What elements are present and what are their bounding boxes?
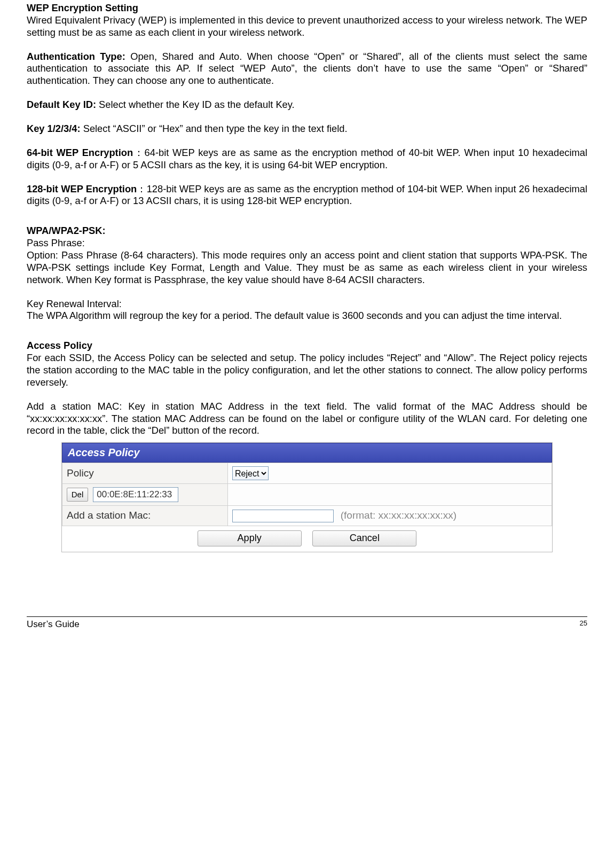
section-title-wep: WEP Encryption Setting (27, 2, 587, 14)
policy-value-cell: Reject (228, 463, 552, 484)
key-renewal-label: Key Renewal Interval: (27, 298, 587, 310)
page-number: 25 (580, 619, 587, 627)
footer-left: User’s Guide (27, 619, 80, 630)
pass-phrase-label: Pass Phrase: (27, 237, 587, 249)
mac-entry-cell: Del 00:0E:8E:11:22:33 (62, 484, 228, 505)
wep128-label: 128-bit WEP Encryption (27, 183, 137, 194)
key-1234-text: Select “ASCII” or “Hex” and then type th… (81, 123, 348, 134)
policy-select[interactable]: Reject (232, 466, 269, 480)
wep64-label: 64-bit WEP Encryption (27, 147, 133, 158)
wep-intro: Wired Equivalent Privacy (WEP) is implem… (27, 14, 587, 39)
panel-header: Access Policy (62, 443, 552, 463)
key-1234-para: Key 1/2/3/4: Select “ASCII” or “Hex” and… (27, 123, 587, 135)
mac-entry-rcell (228, 484, 552, 505)
policy-label-cell: Policy (62, 463, 228, 484)
cancel-button[interactable]: Cancel (312, 530, 416, 546)
access-policy-title: Access Policy (27, 340, 587, 352)
page-footer: User’s Guide 25 (27, 616, 587, 640)
default-key-label: Default Key ID: (27, 99, 96, 110)
default-key-para: Default Key ID: Select whether the Key I… (27, 99, 587, 111)
apply-button[interactable]: Apply (198, 530, 302, 546)
access-policy-p2: Add a station MAC: Key in station MAC Ad… (27, 401, 587, 437)
key-renewal-text: The WPA Algorithm will regroup the key f… (27, 310, 587, 322)
key-1234-label: Key 1/2/3/4: (27, 123, 81, 134)
add-mac-input[interactable] (232, 510, 334, 522)
wep-title: WEP Encryption Setting (27, 2, 138, 13)
wep128-para: 128-bit WEP Encryption：128-bit WEP keys … (27, 183, 587, 208)
format-hint: (format: xx:xx:xx:xx:xx:xx) (341, 510, 456, 521)
wpa-title: WPA/WPA2-PSK: (27, 225, 587, 237)
del-button[interactable]: Del (67, 488, 88, 502)
default-key-text: Select whether the Key ID as the default… (96, 99, 295, 110)
access-policy-panel: Access Policy Policy Reject Del 0 (61, 442, 553, 552)
policy-row: Policy Reject (62, 463, 552, 484)
add-mac-value-cell: (format: xx:xx:xx:xx:xx:xx) (228, 505, 552, 526)
wep64-colon: ： (133, 147, 144, 158)
add-mac-label: Add a station Mac: (62, 505, 228, 526)
wep64-para: 64-bit WEP Encryption：64-bit WEP keys ar… (27, 147, 587, 171)
add-mac-row: Add a station Mac: (format: xx:xx:xx:xx:… (62, 505, 552, 526)
pass-phrase-text: Option: Pass Phrase (8-64 characters). T… (27, 249, 587, 286)
wep128-colon: ： (137, 183, 146, 194)
auth-type-label: Authentication Type: (27, 51, 125, 62)
mac-entry-value: 00:0E:8E:11:22:33 (93, 487, 178, 502)
mac-entry-row: Del 00:0E:8E:11:22:33 (62, 484, 552, 505)
access-policy-p1: For each SSID, the Access Policy can be … (27, 352, 587, 389)
wep-auth-para: Authentication Type: Open, Shared and Au… (27, 51, 587, 88)
panel-buttons: Apply Cancel (62, 526, 552, 552)
